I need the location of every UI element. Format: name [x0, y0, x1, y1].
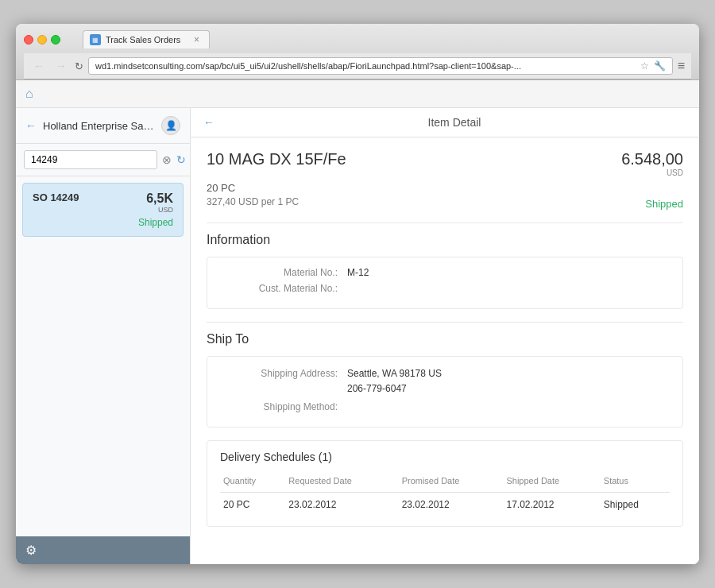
- col-promised-date: Promised Date: [399, 473, 504, 493]
- delivery-title: Delivery Schedules (1): [220, 451, 670, 463]
- minimize-button[interactable]: [37, 35, 47, 44]
- url-text: wd1.mindsetconsulting.com/sap/bc/ui5_ui5…: [95, 61, 640, 71]
- order-card-header: SO 14249 6,5K USD: [33, 191, 173, 214]
- nav-forward-button[interactable]: →: [52, 58, 70, 74]
- browser-window: ▦ Track Sales Orders × ← → ↻ wd1.mindset…: [16, 24, 699, 564]
- order-currency: USD: [146, 206, 173, 214]
- order-amount: 6,5K: [146, 191, 173, 205]
- item-header: 10 MAG DX 15F/Fe 6.548,00 USD: [207, 150, 683, 177]
- tab-favicon: ▦: [90, 34, 101, 45]
- shipping-method-label: Shipping Method:: [220, 401, 347, 412]
- divider-1: [207, 222, 683, 223]
- tab-close-button[interactable]: ×: [194, 34, 199, 45]
- panel-title: Holland Enterprise Sales Or...: [43, 120, 155, 132]
- order-card[interactable]: SO 14249 6,5K USD Shipped: [22, 183, 184, 237]
- right-panel: ← Item Detail 10 MAG DX 15F/Fe 6.548,00 …: [191, 108, 699, 564]
- user-icon[interactable]: 👤: [161, 116, 180, 135]
- address-line1: Seattle, WA 98178 US: [347, 366, 442, 381]
- row1-status: Shipped: [601, 493, 670, 517]
- home-icon[interactable]: ⌂: [25, 87, 33, 101]
- delivery-row-1: 20 PC 23.02.2012 23.02.2012 17.02.2012 S…: [220, 493, 670, 517]
- shipping-address-label: Shipping Address:: [220, 368, 347, 379]
- material-no-label: Material No.:: [220, 267, 347, 278]
- col-shipped-date: Shipped Date: [503, 473, 600, 493]
- left-back-button[interactable]: ←: [25, 119, 37, 132]
- tab-label: Track Sales Orders: [106, 35, 180, 44]
- delivery-section: Delivery Schedules (1) Quantity Requeste…: [207, 440, 683, 527]
- right-panel-title: Item Detail: [222, 116, 686, 129]
- cust-material-row: Cust. Material No.:: [220, 283, 670, 294]
- order-status: Shipped: [33, 217, 173, 228]
- row1-quantity: 20 PC: [220, 493, 285, 517]
- search-input[interactable]: [24, 150, 157, 169]
- main-area: ← Holland Enterprise Sales Or... 👤 ⊗ ↻ S…: [16, 108, 699, 564]
- app-container: ⌂ ← Holland Enterprise Sales Or... 👤 ⊗ ↻: [16, 80, 699, 564]
- left-panel: ← Holland Enterprise Sales Or... 👤 ⊗ ↻ S…: [16, 108, 191, 564]
- traffic-lights: [24, 35, 60, 44]
- shipping-address-row: Shipping Address: Seattle, WA 98178 US 2…: [220, 366, 670, 397]
- item-detail-content: 10 MAG DX 15F/Fe 6.548,00 USD 20 PC 327,…: [191, 137, 699, 540]
- url-icons: ☆ 🔧: [640, 60, 666, 72]
- refresh-button[interactable]: ↻: [75, 60, 83, 72]
- delivery-table-head: Quantity Requested Date Promised Date Sh…: [220, 473, 670, 493]
- nav-back-button[interactable]: ←: [30, 58, 48, 74]
- row1-shipped-date: 17.02.2012: [503, 493, 600, 517]
- cust-material-label: Cust. Material No.:: [220, 283, 347, 294]
- material-no-row: Material No.: M-12: [220, 267, 670, 278]
- bookmark-icon[interactable]: ☆: [640, 60, 649, 72]
- search-refresh-button[interactable]: ↻: [176, 153, 186, 166]
- settings-bar: ⚙: [16, 536, 190, 564]
- settings-icon[interactable]: ⚙: [25, 543, 37, 558]
- row1-requested-date: 23.02.2012: [285, 493, 398, 517]
- address-line2: 206-779-6047: [347, 381, 442, 397]
- item-currency: USD: [621, 168, 683, 177]
- wrench-icon[interactable]: 🔧: [654, 60, 666, 72]
- order-number: SO 14249: [33, 191, 79, 203]
- app-nav: ⌂: [16, 80, 699, 108]
- search-clear-button[interactable]: ⊗: [162, 153, 172, 166]
- col-status: Status: [601, 473, 670, 493]
- delivery-table-body: 20 PC 23.02.2012 23.02.2012 17.02.2012 S…: [220, 493, 670, 517]
- item-price-block: 6.548,00 USD: [621, 150, 683, 177]
- left-panel-header: ← Holland Enterprise Sales Or... 👤: [16, 108, 190, 144]
- order-amount-block: 6,5K USD: [146, 191, 173, 214]
- information-section-title: Information: [207, 233, 683, 247]
- close-button[interactable]: [24, 35, 33, 44]
- shipping-address-value: Seattle, WA 98178 US 206-779-6047: [347, 366, 442, 397]
- search-bar: ⊗ ↻: [16, 144, 190, 176]
- ship-to-section-title: Ship To: [207, 332, 683, 346]
- address-bar: ← → ↻ wd1.mindsetconsulting.com/sap/bc/u…: [24, 53, 691, 79]
- url-bar[interactable]: wd1.mindsetconsulting.com/sap/bc/ui5_ui5…: [88, 57, 673, 75]
- browser-tab[interactable]: ▦ Track Sales Orders ×: [83, 30, 210, 48]
- orders-list: SO 14249 6,5K USD Shipped: [16, 176, 190, 536]
- delivery-table: Quantity Requested Date Promised Date Sh…: [220, 473, 670, 516]
- title-bar-top: ▦ Track Sales Orders ×: [24, 30, 691, 48]
- delivery-table-header-row: Quantity Requested Date Promised Date Sh…: [220, 473, 670, 493]
- col-quantity: Quantity: [220, 473, 285, 493]
- item-quantity: 20 PC: [207, 182, 683, 194]
- item-price: 6.548,00: [621, 150, 683, 168]
- tab-bar: ▦ Track Sales Orders ×: [83, 30, 210, 48]
- information-section: Material No.: M-12 Cust. Material No.:: [207, 257, 683, 309]
- maximize-button[interactable]: [51, 35, 60, 44]
- right-panel-header: ← Item Detail: [191, 108, 699, 137]
- col-requested-date: Requested Date: [285, 473, 398, 493]
- material-no-value: M-12: [347, 267, 369, 278]
- right-back-button[interactable]: ←: [203, 116, 214, 129]
- menu-icon[interactable]: ≡: [678, 59, 685, 73]
- title-bar: ▦ Track Sales Orders × ← → ↻ wd1.mindset…: [16, 24, 699, 80]
- row1-promised-date: 23.02.2012: [399, 493, 504, 517]
- shipping-method-row: Shipping Method:: [220, 401, 670, 412]
- divider-2: [207, 322, 683, 323]
- item-name: 10 MAG DX 15F/Fe: [207, 150, 346, 168]
- ship-to-section: Shipping Address: Seattle, WA 98178 US 2…: [207, 356, 683, 427]
